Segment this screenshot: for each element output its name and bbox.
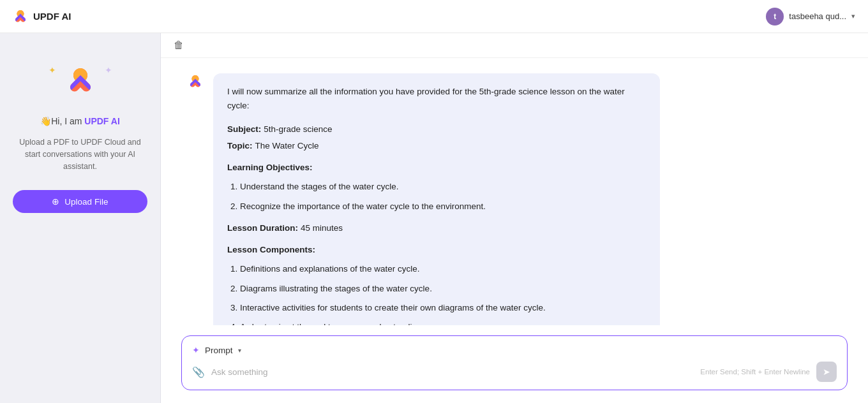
input-top-row: ✦ Prompt ▾ <box>192 345 837 355</box>
sidebar-description: Upload a PDF to UPDF Cloud and start con… <box>13 136 147 172</box>
list-item: Understand the stages of the water cycle… <box>240 180 646 194</box>
topic-line: Topic: The Water Cycle <box>227 139 646 153</box>
upload-icon: ⊕ <box>52 196 59 207</box>
list-item: Definitions and explanations of the wate… <box>240 262 646 276</box>
subject-line: Subject: 5th-grade science <box>227 122 646 136</box>
list-item: Interactive activities for students to c… <box>240 301 646 315</box>
sparkle-left-icon: ✦ <box>49 65 56 75</box>
sidebar-logo-area: ✦ ✦ <box>49 59 112 103</box>
upload-button-label: Upload File <box>64 197 108 207</box>
prompt-chevron-icon[interactable]: ▾ <box>238 347 241 354</box>
subject-label: Subject: <box>227 122 261 136</box>
upload-file-button[interactable]: ⊕ Upload File <box>13 190 147 213</box>
sparkle-right-icon: ✦ <box>105 65 112 75</box>
chat-input[interactable] <box>211 367 694 377</box>
objectives-list: Understand the stages of the water cycle… <box>227 180 646 214</box>
ai-message-row: I will now summarize all the information… <box>186 73 842 325</box>
send-button[interactable]: ➤ <box>816 362 837 382</box>
input-box: ✦ Prompt ▾ 📎 Enter Send; Shift + Enter N… <box>181 335 848 390</box>
chat-messages: I will now summarize all the information… <box>161 58 868 325</box>
prompt-label: Prompt <box>205 346 233 355</box>
topic-label: Topic: <box>227 139 253 153</box>
app-header: UPDF AI t tasbeeha qud... ▾ <box>0 0 868 33</box>
brand-name: UPDF AI <box>84 116 119 126</box>
user-name: tasbeeha qud... <box>789 11 846 21</box>
duration-value: 45 minutes <box>301 221 343 235</box>
input-bottom-row: 📎 Enter Send; Shift + Enter Newline ➤ <box>192 362 837 382</box>
attach-icon[interactable]: 📎 <box>192 366 205 378</box>
send-icon: ➤ <box>823 367 830 377</box>
components-title: Lesson Components: <box>227 243 646 257</box>
input-area: ✦ Prompt ▾ 📎 Enter Send; Shift + Enter N… <box>161 325 868 403</box>
delete-chat-button[interactable]: 🗑 <box>174 40 184 51</box>
chat-toolbar: 🗑 <box>161 33 868 58</box>
main-layout: ✦ ✦ 👋Hi, I am UPDF AI Upload a PDF to UP… <box>0 33 868 403</box>
components-list: Definitions and explanations of the wate… <box>227 262 646 325</box>
ai-message-bubble: I will now summarize all the information… <box>213 73 660 325</box>
greeting-prefix: 👋Hi, I am <box>40 116 84 126</box>
list-item: Diagrams illustrating the stages of the … <box>240 282 646 296</box>
sidebar: ✦ ✦ 👋Hi, I am UPDF AI Upload a PDF to UP… <box>0 33 161 403</box>
sidebar-greeting: 👋Hi, I am UPDF AI <box>40 116 120 126</box>
avatar: t <box>766 8 784 26</box>
topic-value: The Water Cycle <box>255 139 319 153</box>
ai-avatar-icon <box>186 73 204 91</box>
duration-line: Lesson Duration: 45 minutes <box>227 221 646 235</box>
chat-area: 🗑 I will now summarize all the informati… <box>161 33 868 403</box>
prompt-sparkle-icon: ✦ <box>192 345 200 355</box>
input-hint: Enter Send; Shift + Enter Newline <box>700 368 810 376</box>
header-right: t tasbeeha qud... ▾ <box>766 8 855 26</box>
header-left: UPDF AI <box>13 9 71 24</box>
list-item: A short quiz at the end to assess unders… <box>240 320 646 325</box>
app-title: UPDF AI <box>33 11 71 22</box>
subject-value: 5th-grade science <box>264 122 332 136</box>
objectives-title: Learning Objectives: <box>227 161 646 175</box>
duration-label: Lesson Duration: <box>227 221 298 235</box>
list-item: Recognize the importance of the water cy… <box>240 200 646 214</box>
chevron-down-icon[interactable]: ▾ <box>851 12 855 20</box>
sidebar-logo-icon <box>64 64 97 98</box>
message-intro: I will now summarize all the information… <box>227 85 646 114</box>
updf-logo-icon <box>13 9 28 24</box>
